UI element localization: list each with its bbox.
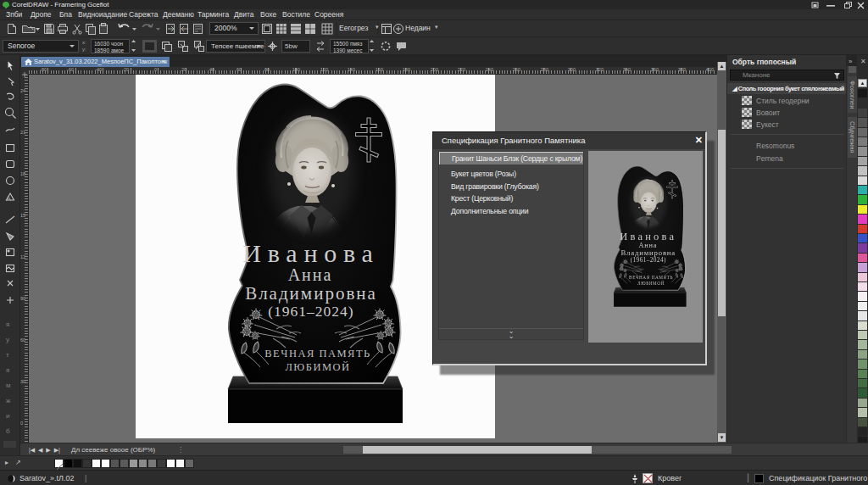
svg-text:ж: ж [6, 397, 11, 404]
svg-text:Анна: Анна [288, 265, 333, 284]
svg-text:Владимировна: Владимировна [245, 283, 377, 304]
svg-text:м: м [6, 382, 11, 389]
svg-text:ВЕЧНАЯ ПАМЯТЬ: ВЕЧНАЯ ПАМЯТЬ [264, 348, 370, 360]
svg-text:т: т [6, 351, 9, 359]
svg-text:(1961–2024): (1961–2024) [268, 303, 353, 320]
svg-text:и: и [6, 412, 9, 420]
svg-text:A: A [6, 194, 11, 203]
svg-text:я: я [6, 366, 9, 374]
svg-text:Иванова: Иванова [242, 239, 380, 267]
svg-text:ЛЮБИМОЙ: ЛЮБИМОЙ [285, 361, 350, 373]
svg-text:я: я [6, 321, 9, 328]
svg-text:y:: y: [82, 47, 86, 52]
svg-text:x:: x: [82, 40, 86, 45]
svg-text:б: б [6, 427, 10, 435]
svg-text:у: у [6, 336, 9, 343]
